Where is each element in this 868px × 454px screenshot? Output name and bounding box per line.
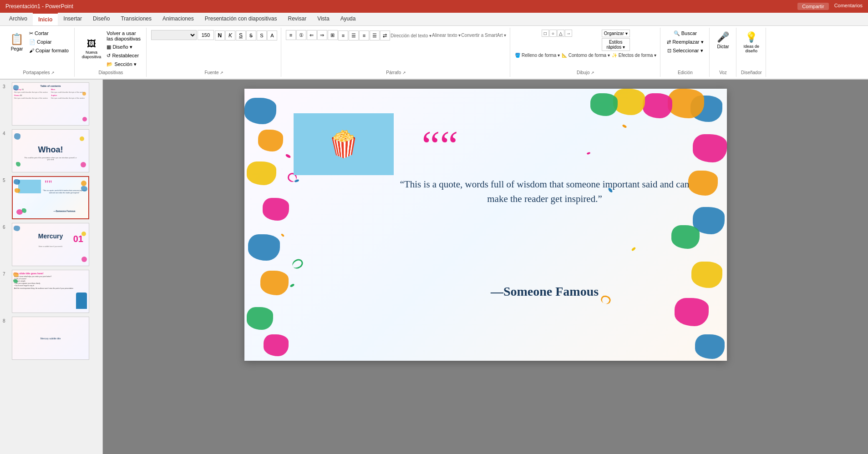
reuse-slides-button[interactable]: Volver a usarlas diapositivas — [105, 30, 142, 42]
new-slide-button[interactable]: 🖼 Nuevadiapositiva — [79, 37, 104, 61]
slide-thumbnail-7[interactable]: 7 The slide title goes here! Do you know… — [2, 269, 101, 314]
font-size-input[interactable] — [198, 30, 214, 40]
copy-format-button[interactable]: 🖌 Copiar formato — [27, 47, 71, 54]
efectos-forma-label[interactable]: ✨ Efectos de forma ▾ — [612, 53, 656, 58]
shadow-button[interactable]: S — [257, 30, 267, 40]
diapositivas-label: Diapositivas — [98, 69, 123, 75]
shape-arrow[interactable]: → — [565, 30, 572, 37]
shape-triangle[interactable]: △ — [557, 30, 564, 37]
ribbon-panel: 📋 Pegar ✂ Cortar 📄 Copiar 🖌 Copiar forma… — [0, 26, 868, 80]
paste-button[interactable]: 📋 Pegar — [7, 31, 26, 53]
seleccionar-button[interactable]: ⊡ Seleccionar ▾ — [665, 47, 705, 55]
group-parrafo: ≡ ① ⇐ ⇒ ⊞ ≡ ☰ ≡ ☰ ⇄ Dirección del texto … — [282, 28, 510, 77]
slide-thumbnail-6[interactable]: 6 Mercury 01 Enter a subtitle here if yo… — [2, 222, 101, 267]
group-edicion: 🔍 Buscar ⇄ Reemplazar ▾ ⊡ Seleccionar ▾ … — [661, 28, 709, 77]
group-portapapeles: 📋 Pegar ✂ Cortar 📄 Copiar 🖌 Copiar forma… — [4, 28, 75, 77]
layout-button[interactable]: ▦ Diseño ▾ — [105, 43, 142, 51]
slide-thumbnail-5[interactable]: 5 "" "This is a quote, words full of wis… — [2, 175, 101, 220]
comments-button[interactable]: Comentarios — [834, 3, 863, 10]
disenador-label: Diseñador — [741, 69, 762, 75]
tab-animaciones[interactable]: Animaciones — [157, 13, 199, 25]
numbering-button[interactable]: ① — [296, 30, 306, 40]
portapapeles-label: Portapapeles ↗ — [23, 69, 55, 75]
increase-indent-button[interactable]: ⇒ — [317, 30, 327, 40]
relleno-forma-label[interactable]: 🪣 Relleno de forma ▾ — [515, 53, 560, 58]
title-bar: Presentación1 - PowerPoint Compartir Com… — [0, 0, 868, 13]
font-family-select[interactable] — [151, 30, 197, 40]
buscar-button[interactable]: 🔍 Buscar — [672, 30, 699, 37]
slide-img-3: Table of contents Mercury 01 Mars Here y… — [12, 82, 89, 126]
slide-canvas[interactable]: 🍿 ““ “This is a quote, words full of wis… — [244, 89, 727, 361]
main-area: 3 Table of contents Mercury 01 Mars Here… — [0, 80, 868, 454]
slide-thumbnail-3[interactable]: 3 Table of contents Mercury 01 Mars Here… — [2, 81, 101, 126]
tab-archivo[interactable]: Archivo — [4, 13, 33, 25]
slide-num-5: 5 — [3, 176, 10, 183]
slide-num-3: 3 — [3, 82, 10, 89]
share-button[interactable]: Compartir — [797, 3, 828, 10]
slide-num-4: 4 — [3, 129, 10, 136]
tab-inicio[interactable]: Inicio — [33, 13, 58, 25]
tab-insertar[interactable]: Insertar — [58, 13, 87, 25]
italic-button[interactable]: K — [225, 30, 235, 40]
align-center-button[interactable]: ☰ — [349, 30, 359, 40]
underline-button[interactable]: S — [236, 30, 246, 40]
shape-circle[interactable]: ○ — [549, 30, 557, 37]
slide-img-8: Mercury subtitle title — [12, 317, 89, 360]
justify-button[interactable]: ☰ — [370, 30, 380, 40]
quote-image: 🍿 — [294, 113, 394, 175]
canvas-scroll-area: 🍿 ““ “This is a quote, words full of wis… — [103, 80, 868, 454]
slide-num-7: 7 — [3, 270, 10, 277]
group-diapositivas: 🖼 Nuevadiapositiva Volver a usarlas diap… — [76, 28, 147, 77]
shape-rect[interactable]: □ — [542, 30, 549, 37]
slide-canvas-wrapper: 🍿 ““ “This is a quote, words full of wis… — [244, 89, 727, 361]
slide-panel: 3 Table of contents Mercury 01 Mars Here… — [0, 80, 103, 454]
estilos-rapidos-button[interactable]: Estilosrápidos ▾ — [602, 38, 630, 51]
tab-revisar[interactable]: Revisar — [282, 13, 312, 25]
tab-presentacion[interactable]: Presentación con diapositivas — [199, 13, 283, 25]
align-left-button[interactable]: ≡ — [338, 30, 348, 40]
edicion-label: Edición — [678, 69, 693, 75]
quote-marks: ““ — [422, 125, 458, 166]
font-color-button[interactable]: A — [267, 30, 277, 40]
bold-button[interactable]: N — [215, 30, 225, 40]
design-ideas-button[interactable]: 💡 Ideas dediseño — [741, 30, 762, 55]
smartart-button[interactable]: ⇄ — [380, 30, 390, 40]
dictar-button[interactable]: 🎤 Dictar — [714, 30, 732, 51]
decrease-indent-button[interactable]: ⇐ — [307, 30, 317, 40]
slide-img-7: The slide title goes here! Do you know w… — [12, 270, 89, 313]
slide-thumbnail-8[interactable]: 8 Mercury subtitle title — [2, 316, 101, 361]
tab-ayuda[interactable]: Ayuda — [335, 13, 361, 25]
tab-vista[interactable]: Vista — [312, 13, 335, 25]
voz-label: Voz — [719, 69, 727, 75]
slide-img-5: "" "This is a quote, words full of wisdo… — [12, 176, 89, 219]
copy-button[interactable]: 📄 Copiar — [27, 38, 71, 46]
group-dibujo: □ ○ △ → Organizar ▾ Estilosrápidos ▾ 🪣 R… — [511, 28, 660, 77]
align-right-button[interactable]: ≡ — [359, 30, 369, 40]
group-fuente: N K S S̶ S A Fuente ↗ — [147, 28, 281, 77]
slide-num-8: 8 — [3, 317, 10, 323]
quote-text: “This is a quote, words full of wisdom t… — [399, 177, 690, 206]
section-button[interactable]: 📂 Sección ▾ — [105, 61, 142, 68]
tab-transiciones[interactable]: Transiciones — [115, 13, 157, 25]
reemplazar-button[interactable]: ⇄ Reemplazar ▾ — [665, 38, 705, 46]
reset-button[interactable]: ↺ Restablecer — [105, 52, 142, 60]
group-disenador: 💡 Ideas dediseño Diseñador — [737, 28, 766, 77]
cut-button[interactable]: ✂ Cortar — [27, 30, 71, 37]
group-voz: 🎤 Dictar Voz — [711, 28, 736, 77]
slide-num-6: 6 — [3, 223, 10, 230]
tab-diseno[interactable]: Diseño — [87, 13, 115, 25]
organizar-button[interactable]: Organizar ▾ — [602, 30, 630, 37]
bullets-button[interactable]: ≡ — [286, 30, 296, 40]
quote-author: —Someone Famous — [399, 284, 690, 299]
ribbon-tab-bar: Archivo Inicio Insertar Diseño Transicio… — [0, 13, 868, 26]
contorno-forma-label[interactable]: 📐 Contorno de forma ▾ — [562, 53, 610, 58]
parrafo-label: Párrafo ↗ — [386, 69, 406, 75]
popcorn-icon: 🍿 — [328, 129, 360, 159]
slide-img-4: Whoa! This could be part of the presenta… — [12, 129, 89, 172]
slide-thumbnail-4[interactable]: 4 Whoa! This could be part of the presen… — [2, 128, 101, 173]
slide-img-6: Mercury 01 Enter a subtitle here if you … — [12, 223, 89, 266]
strikethrough-button[interactable]: S̶ — [246, 30, 256, 40]
app-title: Presentación1 - PowerPoint — [5, 3, 73, 10]
dibujo-label: Dibujo ↗ — [577, 69, 594, 75]
columns-button[interactable]: ⊞ — [328, 30, 338, 40]
